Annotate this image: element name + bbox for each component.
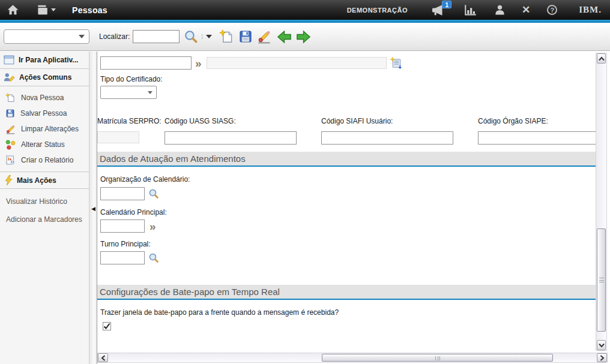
applications-menu-icon[interactable]: [37, 5, 56, 15]
sidebar-item-adicionar-marcadores[interactable]: Adicionar a Marcadores: [0, 212, 89, 227]
create-report-icon: [5, 155, 16, 166]
codigo-siafi-usuario-input[interactable]: [321, 131, 453, 145]
turno-principal-input[interactable]: [100, 251, 145, 264]
next-record-icon[interactable]: [296, 29, 311, 44]
previous-record-icon[interactable]: [277, 29, 292, 44]
codigo-uasg-siasg-label: Código UASG SIASG:: [165, 117, 321, 125]
sidebar-item-criar-relatorio[interactable]: Criar o Relatório: [0, 152, 89, 168]
reports-chart-icon[interactable]: [465, 5, 477, 16]
clear-changes-icon[interactable]: [257, 29, 271, 44]
person-id-row: »: [100, 56, 596, 70]
matricula-serpro-label: Matrícula SERPRO:: [97, 117, 165, 125]
tipo-certificado-dropdown[interactable]: [100, 86, 157, 99]
change-status-icon: [5, 140, 16, 150]
sidebar-item-alterar-status[interactable]: Alterar Status: [0, 137, 89, 152]
clear-changes-icon: [5, 124, 16, 134]
help-icon[interactable]: ?: [547, 5, 557, 15]
chevron-down-icon: [148, 91, 152, 94]
new-document-icon: [5, 93, 16, 103]
ibm-logo: IBM.: [579, 5, 602, 15]
sidebar-section-common-actions[interactable]: Ações Comuns: [0, 69, 89, 86]
common-actions-icon: [4, 73, 15, 82]
codigo-uasg-siasg-input[interactable]: [165, 131, 297, 145]
announcements-icon[interactable]: 1: [432, 5, 444, 16]
magnifier-lookup-icon[interactable]: [148, 188, 159, 199]
tipo-certificado-label: Tipo do Certificado:: [100, 75, 596, 83]
vertical-scrollbar[interactable]: [596, 53, 607, 351]
chat-question-label: Trazer janela de bate-papo para a frente…: [100, 308, 596, 317]
user-profile-icon[interactable]: [495, 5, 505, 15]
sidebar-item-salvar-pessoa[interactable]: Salvar Pessoa: [0, 106, 89, 121]
toolbar-divider-dots: ⁞: [201, 34, 204, 40]
section-header-dados-atuacao: Dados de Atuação em Atendimentos: [97, 152, 596, 167]
codigo-orgao-siape-input[interactable]: [478, 131, 596, 145]
calendario-principal-input[interactable]: [100, 219, 145, 233]
scroll-up-icon[interactable]: [597, 53, 606, 64]
long-description-icon[interactable]: [390, 57, 403, 70]
sidebar-collapse-icon[interactable]: ◀: [91, 206, 95, 212]
search-icon[interactable]: [184, 29, 198, 44]
search-options-caret-icon[interactable]: [206, 35, 212, 38]
scroll-right-icon[interactable]: [597, 353, 607, 362]
section-header-bate-papo: Configurações de Bate-papo em Tempo Real: [97, 285, 596, 300]
sidebar-item-label: Ir Para Aplicativ...: [19, 56, 78, 64]
top-navigation-bar: Pessoas DEMONSTRAÇÃO 1 ✕ ? IBM.: [0, 0, 610, 20]
horizontal-scrollbar[interactable]: [97, 353, 608, 363]
organizacao-calendario-label: Organização de Calendário:: [100, 175, 596, 183]
localizar-label: Localizar:: [99, 32, 130, 41]
calendario-principal-label: Calendário Principal:: [100, 208, 596, 216]
scroll-left-icon[interactable]: [98, 353, 108, 362]
notification-badge: 1: [442, 1, 451, 8]
magnifier-lookup-icon[interactable]: [148, 252, 159, 263]
page-title: Pessoas: [72, 5, 107, 15]
chevron-down-icon: [79, 35, 85, 38]
save-icon[interactable]: [238, 29, 253, 44]
applications-caret-icon: [51, 8, 56, 11]
logout-close-icon[interactable]: ✕: [522, 5, 530, 15]
save-icon: [5, 109, 15, 118]
turno-principal-label: Turno Principal:: [100, 240, 596, 248]
codigos-row: Matrícula SERPRO: Código UASG SIASG: Cód…: [97, 117, 596, 145]
scroll-down-icon[interactable]: [597, 340, 606, 350]
codigo-orgao-siape-label: Código Órgão SIAPE:: [478, 117, 596, 125]
sidebar: Ir Para Aplicativ... Ações Comuns Nova P…: [0, 52, 89, 364]
sidebar-item-limpar-alteracoes[interactable]: Limpar Alterações: [0, 121, 89, 137]
sidebar-section-mais-acoes[interactable]: Mais Ações: [0, 172, 89, 189]
select-value-chevron-icon[interactable]: »: [195, 58, 202, 69]
main-content: » Tipo do Certificado: Matrícula SERPRO:…: [97, 52, 610, 364]
checkmark-icon: [103, 323, 110, 330]
application-window-icon: [4, 55, 14, 65]
record-toolbar: Localizar: ⁞: [0, 23, 610, 51]
vertical-scrollbar-thumb[interactable]: [597, 228, 606, 332]
sidebar-item-go-to-applications[interactable]: Ir Para Aplicativ...: [0, 52, 89, 69]
organizacao-calendario-input[interactable]: [100, 187, 145, 200]
person-id-input[interactable]: [100, 56, 192, 70]
sidebar-item-nova-pessoa[interactable]: Nova Pessoa: [0, 90, 89, 106]
horizontal-scrollbar-thumb[interactable]: [322, 354, 553, 362]
person-description-input: [207, 57, 387, 69]
record-selector-combobox[interactable]: [4, 29, 89, 44]
home-icon[interactable]: [7, 5, 19, 15]
localizar-input[interactable]: [133, 30, 180, 43]
new-record-icon[interactable]: [219, 29, 234, 44]
chat-checkbox[interactable]: [103, 322, 111, 330]
codigo-siafi-usuario-label: Código SIAFI Usuário:: [321, 117, 478, 125]
lightning-icon: [5, 175, 13, 185]
sidebar-splitter[interactable]: ◀: [89, 52, 97, 364]
sidebar-item-visualizar-historico[interactable]: Visualizar Histórico: [0, 194, 89, 209]
matricula-serpro-input: [97, 131, 139, 143]
environment-label: DEMONSTRAÇÃO: [347, 7, 408, 14]
select-value-chevron-icon[interactable]: »: [149, 221, 156, 232]
